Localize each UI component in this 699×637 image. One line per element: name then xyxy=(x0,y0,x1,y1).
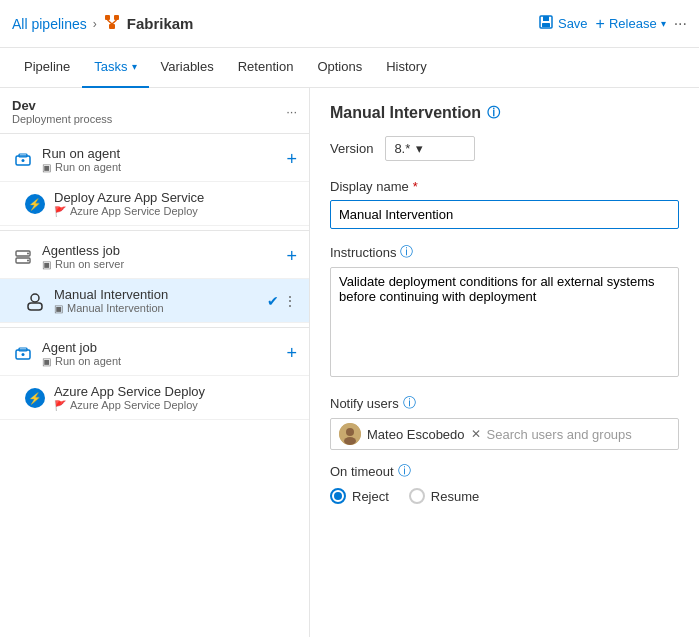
version-chevron-icon: ▾ xyxy=(416,141,423,156)
timeout-info-icon[interactable]: ⓘ xyxy=(398,462,411,480)
agent-icon-2 xyxy=(12,343,34,365)
svg-text:⚡: ⚡ xyxy=(28,391,42,405)
job-manual-intervention[interactable]: Manual Intervention ▣ Manual Interventio… xyxy=(0,279,309,323)
job-sub: ▣ Manual Intervention xyxy=(54,302,267,314)
tab-variables[interactable]: Variables xyxy=(149,48,226,88)
more-actions-button[interactable]: ··· xyxy=(674,15,687,33)
notify-info-icon[interactable]: ⓘ xyxy=(403,394,416,412)
add-agentless-job[interactable]: + xyxy=(286,246,297,267)
version-dropdown[interactable]: 8.* ▾ xyxy=(385,136,475,161)
pipeline-type-icon xyxy=(103,13,121,35)
app-service-icon-1: ⚡ xyxy=(24,193,46,215)
reject-radio[interactable]: Reject xyxy=(330,488,389,504)
job-azure-app-service-deploy[interactable]: ⚡ Azure App Service Deploy 🚩 Azure App S… xyxy=(0,376,309,420)
job-info: Run on agent ▣ Run on agent xyxy=(42,146,286,173)
job-info: Agentless job ▣ Run on server xyxy=(42,243,286,270)
tab-retention[interactable]: Retention xyxy=(226,48,306,88)
add-run-on-agent[interactable]: + xyxy=(286,149,297,170)
person-icon xyxy=(24,290,46,312)
display-name-input[interactable] xyxy=(330,200,679,229)
divider2 xyxy=(0,230,309,231)
svg-point-17 xyxy=(31,294,39,302)
job-run-on-agent[interactable]: Run on agent ▣ Run on agent + xyxy=(0,138,309,182)
svg-point-15 xyxy=(27,252,29,254)
release-chevron-icon: ▾ xyxy=(661,18,666,29)
stage-name: Dev xyxy=(12,98,112,113)
display-name-section: Display name * xyxy=(330,179,679,243)
svg-text:⚡: ⚡ xyxy=(28,197,42,211)
divider3 xyxy=(0,327,309,328)
notify-users-input[interactable]: Mateo Escobedo ✕ Search users and groups xyxy=(330,418,679,450)
agent-sub-icon: ▣ xyxy=(42,162,51,173)
stage-header: Dev Deployment process ··· xyxy=(0,88,309,129)
add-agent-job[interactable]: + xyxy=(286,343,297,364)
release-button[interactable]: + Release ▾ xyxy=(596,15,666,33)
flag-icon-2: 🚩 xyxy=(54,400,66,411)
header: All pipelines › Fabrikam Save + Release … xyxy=(0,0,699,48)
tab-history[interactable]: History xyxy=(374,48,438,88)
tasks-dropdown-icon: ▾ xyxy=(132,61,137,72)
required-indicator: * xyxy=(413,179,418,194)
svg-rect-6 xyxy=(543,16,549,21)
instructions-textarea[interactable]: Validate deployment conditions for all e… xyxy=(330,267,679,377)
app-service-icon-2: ⚡ xyxy=(24,387,46,409)
stage-more-button[interactable]: ··· xyxy=(286,104,297,119)
ellipsis-icon: ··· xyxy=(674,15,687,32)
job-more-icon[interactable]: ⋮ xyxy=(283,293,297,309)
tab-pipeline[interactable]: Pipeline xyxy=(12,48,82,88)
job-title: Agentless job xyxy=(42,243,286,258)
right-panel: Manual Intervention ⓘ Version 8.* ▾ Disp… xyxy=(310,88,699,637)
title-info-icon[interactable]: ⓘ xyxy=(487,104,500,122)
save-icon xyxy=(538,14,554,33)
server-icon xyxy=(12,246,34,268)
svg-rect-7 xyxy=(542,23,550,27)
main-content: Dev Deployment process ··· Run on agent … xyxy=(0,88,699,637)
all-pipelines-link[interactable]: All pipelines xyxy=(12,16,87,32)
instructions-info-icon[interactable]: ⓘ xyxy=(400,243,413,261)
svg-rect-2 xyxy=(109,24,115,29)
svg-point-25 xyxy=(346,428,354,436)
job-agentless[interactable]: Agentless job ▣ Run on server + xyxy=(0,235,309,279)
on-timeout-label: On timeout ⓘ xyxy=(330,462,679,480)
tab-options[interactable]: Options xyxy=(305,48,374,88)
agent-icon xyxy=(12,149,34,171)
save-button[interactable]: Save xyxy=(538,14,588,33)
svg-point-16 xyxy=(27,259,29,261)
resume-radio[interactable]: Resume xyxy=(409,488,479,504)
release-plus-icon: + xyxy=(596,15,605,33)
reject-radio-dot xyxy=(334,492,342,500)
version-row: Version 8.* ▾ xyxy=(330,136,679,161)
svg-rect-18 xyxy=(28,303,42,310)
job-sub: ▣ Run on server xyxy=(42,258,286,270)
job-title: Run on agent xyxy=(42,146,286,161)
svg-line-4 xyxy=(112,20,117,24)
notify-users-section: Notify users ⓘ Mateo Escobedo ✕ Search u… xyxy=(330,394,679,450)
tab-tasks[interactable]: Tasks ▾ xyxy=(82,48,148,88)
nav-tabs: Pipeline Tasks ▾ Variables Retention Opt… xyxy=(0,48,699,88)
instructions-section: Instructions ⓘ Validate deployment condi… xyxy=(330,243,679,394)
version-value: 8.* xyxy=(394,141,410,156)
reject-radio-circle xyxy=(330,488,346,504)
job-deploy-azure[interactable]: ⚡ Deploy Azure App Service 🚩 Azure App S… xyxy=(0,182,309,226)
display-name-label: Display name * xyxy=(330,179,679,194)
job-sub: 🚩 Azure App Service Deploy xyxy=(54,205,297,217)
job-sub: ▣ Run on agent xyxy=(42,355,286,367)
job-sub: 🚩 Azure App Service Deploy xyxy=(54,399,297,411)
svg-line-3 xyxy=(107,20,112,24)
svg-point-21 xyxy=(22,353,25,356)
stage-sub: Deployment process xyxy=(12,113,112,125)
job-info: Manual Intervention ▣ Manual Interventio… xyxy=(54,287,267,314)
job-title: Agent job xyxy=(42,340,286,355)
job-info: Deploy Azure App Service 🚩 Azure App Ser… xyxy=(54,190,297,217)
header-actions: Save + Release ▾ ··· xyxy=(538,14,687,33)
job-info: Agent job ▣ Run on agent xyxy=(42,340,286,367)
resume-radio-circle xyxy=(409,488,425,504)
manual-sub-icon: ▣ xyxy=(54,303,63,314)
svg-rect-0 xyxy=(105,15,110,20)
on-timeout-section: On timeout ⓘ Reject Resume xyxy=(330,462,679,504)
resume-label: Resume xyxy=(431,489,479,504)
notify-users-label: Notify users ⓘ xyxy=(330,394,679,412)
server-sub-icon: ▣ xyxy=(42,259,51,270)
job-agent-job[interactable]: Agent job ▣ Run on agent + xyxy=(0,332,309,376)
remove-user-button[interactable]: ✕ xyxy=(471,427,481,441)
